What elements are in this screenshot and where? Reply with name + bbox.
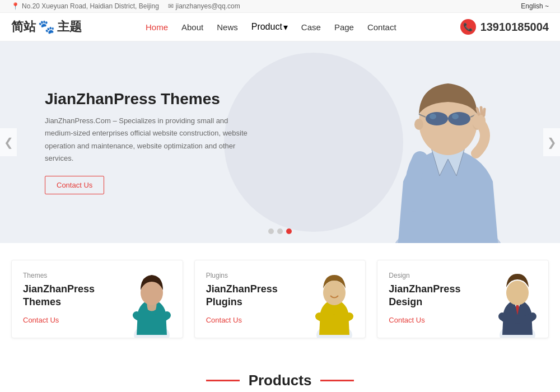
nav-page[interactable]: Page: [334, 22, 354, 32]
hero-person-image: [358, 41, 538, 243]
phone-icon: 📞: [460, 19, 476, 35]
dot-2[interactable]: [277, 228, 283, 234]
email-text: jianzhanyes@qq.com: [176, 2, 240, 10]
logo-paw-icon: 🐾: [38, 19, 55, 35]
hero-contact-button[interactable]: Contact Us: [45, 176, 104, 194]
slider-dots: [268, 228, 292, 234]
products-title: Products: [249, 372, 312, 389]
nav-case[interactable]: Case: [301, 22, 321, 32]
card-design: Design JianZhanPressDesign Contact Us: [377, 260, 549, 338]
location-icon: 📍: [11, 2, 20, 10]
language-selector[interactable]: English ~: [521, 2, 549, 10]
cards-section: Themes JianZhanPressThemes Contact Us Pl…: [0, 243, 560, 355]
hero-title: JianZhanPress Themes: [45, 90, 252, 108]
svg-point-22: [506, 281, 529, 305]
nav-news[interactable]: News: [217, 22, 238, 32]
top-bar: 📍 No.20 Xueyuan Road, Haidian District, …: [0, 0, 560, 13]
products-heading-section: Products: [0, 355, 560, 392]
hero-slider: JianZhanPress Themes JianZhanPress.Com –…: [0, 41, 560, 243]
card-2-person-image: [309, 270, 360, 338]
slider-prev-button[interactable]: ❮: [0, 128, 17, 156]
address-text: No.20 Xueyuan Road, Haidian District, Be…: [22, 2, 159, 10]
svg-line-15: [484, 109, 484, 115]
svg-line-14: [481, 108, 482, 114]
svg-point-10: [414, 119, 423, 130]
dot-3[interactable]: [286, 228, 292, 234]
card-3-person-image: [492, 270, 543, 338]
hero-description: JianZhanPress.Com – Specializes in provi…: [45, 115, 252, 164]
nav-about[interactable]: About: [181, 22, 203, 32]
card-1-person-image: [127, 270, 177, 338]
card-2-contact-link[interactable]: Contact Us: [206, 316, 242, 324]
address-info: 📍 No.20 Xueyuan Road, Haidian District, …: [11, 2, 159, 10]
dot-1[interactable]: [268, 228, 274, 234]
logo[interactable]: 简站 🐾 主题: [11, 18, 82, 35]
svg-line-13: [477, 109, 479, 114]
svg-point-19: [323, 281, 346, 305]
email-info: ✉ jianzhanyes@qq.com: [168, 2, 240, 10]
svg-point-9: [452, 114, 459, 119]
main-nav: Home About News Product ▾ Case Page Cont…: [146, 22, 396, 32]
svg-point-4: [448, 112, 470, 125]
card-1-contact-link[interactable]: Contact Us: [23, 316, 59, 324]
heading-line-left: [206, 380, 240, 381]
phone-box: 📞 13910185004: [460, 19, 549, 35]
card-plugins: Plugins JianZhanPressPlugins Contact Us: [194, 260, 366, 338]
slider-next-button[interactable]: ❯: [543, 128, 560, 156]
dropdown-arrow-icon: ▾: [283, 22, 288, 32]
logo-text-2: 主题: [57, 18, 82, 35]
card-themes: Themes JianZhanPressThemes Contact Us: [11, 260, 183, 338]
nav-home[interactable]: Home: [146, 22, 168, 32]
nav-product[interactable]: Product ▾: [251, 22, 288, 32]
email-icon: ✉: [168, 2, 174, 10]
nav-contact[interactable]: Contact: [367, 22, 396, 32]
top-bar-left: 📍 No.20 Xueyuan Road, Haidian District, …: [11, 2, 240, 10]
svg-point-3: [426, 112, 448, 125]
phone-number: 13910185004: [480, 21, 549, 34]
header: 简站 🐾 主题 Home About News Product ▾ Case P…: [0, 13, 560, 41]
svg-point-8: [430, 114, 436, 119]
hero-content: JianZhanPress Themes JianZhanPress.Com –…: [0, 90, 252, 194]
heading-line-right: [320, 380, 354, 381]
card-3-contact-link[interactable]: Contact Us: [389, 316, 424, 324]
logo-text-1: 简站: [11, 18, 36, 35]
